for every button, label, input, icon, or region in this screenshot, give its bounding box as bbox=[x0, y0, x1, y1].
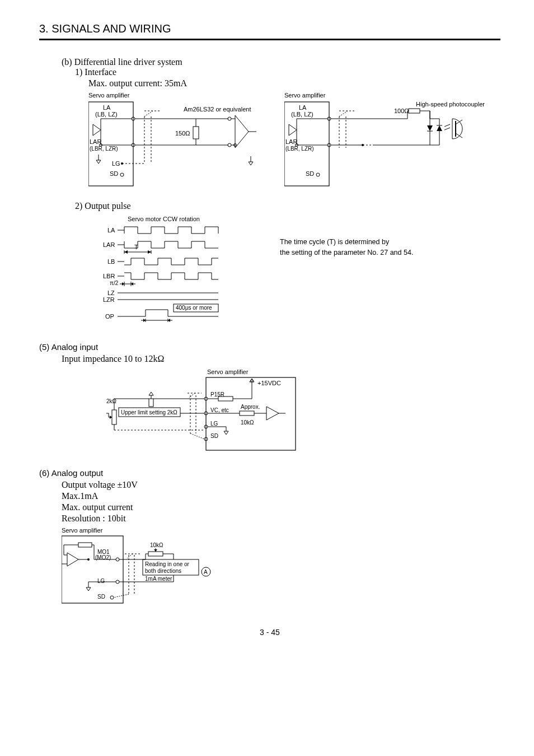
sd-label-6: SD bbox=[97, 594, 105, 600]
lg-label-6: LG bbox=[97, 578, 105, 584]
svg-rect-86 bbox=[206, 377, 296, 450]
svg-rect-96 bbox=[240, 411, 254, 416]
r100-label: 100Ω bbox=[394, 108, 409, 114]
servo-amp-label-5: Servo amplifier bbox=[207, 368, 249, 375]
svg-point-133 bbox=[116, 558, 119, 561]
svg-point-13 bbox=[120, 173, 124, 176]
rule bbox=[39, 39, 500, 40]
k2-label: 2kΩ bbox=[106, 398, 117, 404]
t-label: T bbox=[134, 244, 138, 250]
sd-label-5: SD bbox=[210, 433, 218, 439]
diff-line-driver-right-diagram: Servo amplifier LA (LB, LZ) LAR (LBR, LZ… bbox=[284, 92, 497, 190]
max-output-current-6: Max. output current bbox=[62, 502, 500, 512]
svg-line-60 bbox=[456, 133, 462, 138]
lblz-label: (LB, LZ) bbox=[95, 111, 118, 118]
lblz-label-r: (LB, LZ) bbox=[291, 111, 313, 118]
diff-line-driver-left-diagram: Servo amplifier LA (LB, LZ) LAR ( bbox=[88, 92, 268, 190]
max-output-current: Max. output current: 35mA bbox=[88, 78, 500, 88]
la-row: LA bbox=[107, 227, 115, 234]
lz-row: LZ bbox=[107, 290, 115, 296]
max-1ma: Max.1mA bbox=[62, 491, 500, 501]
la-label-r: LA bbox=[299, 104, 307, 111]
svg-line-46 bbox=[339, 111, 348, 116]
us400-label: 400μs or more bbox=[176, 305, 212, 311]
svg-point-12 bbox=[121, 162, 123, 165]
hspc-label: High-speed photocoupler bbox=[416, 101, 485, 108]
lzr-row: LZR bbox=[103, 296, 115, 303]
pi2-label: π/2 bbox=[110, 280, 119, 286]
svg-line-144 bbox=[127, 554, 133, 558]
svg-point-40 bbox=[316, 173, 320, 176]
sd-label: SD bbox=[110, 170, 118, 177]
ccw-label: Servo motor CCW rotation bbox=[128, 216, 200, 222]
section-b: (b) Differential line driver system bbox=[62, 57, 500, 67]
r150-label: 150Ω bbox=[175, 130, 190, 137]
section-b1: 1) Interface bbox=[75, 67, 500, 77]
svg-rect-123 bbox=[62, 536, 123, 603]
svg-line-56 bbox=[444, 124, 450, 127]
lg-label: LG bbox=[112, 160, 120, 167]
vdc15-label: +15VDC bbox=[257, 380, 281, 386]
servo-amp-label-6: Servo amplifier bbox=[62, 527, 103, 534]
lar-label-r: LAR bbox=[285, 138, 297, 145]
analog-input-diagram: Servo amplifier +15VDC P15R VC, etc Appr… bbox=[106, 368, 500, 458]
section-6-head: (6) Analog output bbox=[39, 468, 500, 478]
svg-rect-146 bbox=[148, 552, 163, 556]
p15r-label: P15R bbox=[210, 391, 224, 398]
svg-point-135 bbox=[116, 580, 119, 584]
section-b2: 2) Output pulse bbox=[75, 201, 500, 211]
chapter-title: 3. SIGNALS AND WIRING bbox=[39, 22, 500, 35]
svg-rect-109 bbox=[149, 399, 153, 407]
resolution: Resolution : 10bit bbox=[62, 514, 500, 524]
sd-label-r: SD bbox=[306, 170, 314, 177]
lar-row: LAR bbox=[103, 241, 115, 248]
input-impedance: Input impedance 10 to 12kΩ bbox=[62, 354, 500, 364]
svg-point-88 bbox=[251, 380, 253, 382]
op-row: OP bbox=[105, 313, 114, 320]
svg-line-122 bbox=[190, 433, 204, 439]
svg-line-145 bbox=[114, 594, 129, 598]
out-voltage: Output voltage ±10V bbox=[62, 480, 500, 490]
svg-point-44 bbox=[362, 144, 364, 146]
lb-row: LB bbox=[107, 258, 115, 265]
svg-line-59 bbox=[456, 120, 462, 124]
svg-rect-127 bbox=[78, 543, 92, 547]
lg-label-5: LG bbox=[210, 421, 218, 427]
svg-point-132 bbox=[87, 558, 90, 561]
svg-point-138 bbox=[110, 596, 114, 599]
circle-a: A bbox=[204, 569, 208, 575]
lbr-lzr-label-r: (LBR, LZR) bbox=[285, 146, 314, 152]
svg-rect-49 bbox=[409, 109, 420, 113]
am26-label: Am26LS32 or equivalent bbox=[184, 106, 251, 113]
approx-label: Approx. bbox=[241, 404, 260, 410]
lbr-lzr-label: (LBR, LZR) bbox=[90, 146, 118, 152]
svg-line-17 bbox=[144, 111, 153, 116]
k10-label: 10kΩ bbox=[241, 419, 254, 426]
servo-amp-label-r: Servo amplifier bbox=[284, 92, 326, 99]
reading-label-1: Reading in one or bbox=[145, 561, 190, 567]
meter-label: 1mA meter bbox=[145, 576, 172, 582]
time-cycle-desc: The time cycle (T) is determined by the … bbox=[280, 237, 413, 258]
svg-rect-20 bbox=[193, 127, 199, 139]
section-5-head: (5) Analog input bbox=[39, 342, 500, 352]
output-pulse-diagram: Servo motor CCW rotation LA LAR bbox=[101, 214, 246, 332]
svg-line-57 bbox=[444, 128, 450, 130]
vc-etc-label: VC, etc bbox=[210, 407, 229, 413]
analog-output-diagram: Servo amplifier MO1 (MO2) LG bbox=[62, 527, 500, 611]
lar-label: LAR bbox=[90, 138, 101, 145]
page-number: 3 - 45 bbox=[39, 628, 500, 637]
la-label: LA bbox=[103, 104, 111, 111]
servo-amp-label: Servo amplifier bbox=[88, 92, 130, 99]
upper-limit-label: Upper limit setting 2kΩ bbox=[121, 409, 177, 416]
reading-label-2: both directions bbox=[145, 568, 181, 574]
lbr-row: LBR bbox=[103, 273, 115, 279]
svg-rect-103 bbox=[112, 410, 116, 424]
k10-label-6: 10kΩ bbox=[150, 542, 163, 548]
